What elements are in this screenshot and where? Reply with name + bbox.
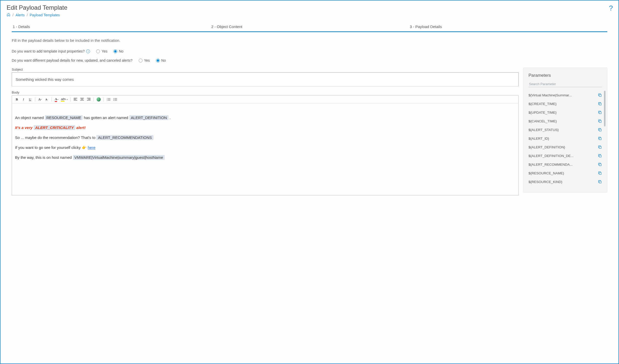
- wizard-steps: 1 - Details 2 - Object Content 3 - Paylo…: [12, 22, 607, 32]
- wizard-step-details[interactable]: 1 - Details: [12, 22, 210, 31]
- editor-body[interactable]: An object named RESOURCE_NAME has gotten…: [12, 103, 518, 195]
- svg-rect-9: [599, 120, 601, 122]
- font-increase-button[interactable]: A+: [37, 97, 43, 102]
- question1-label: Do you want to add template input proper…: [12, 49, 85, 53]
- body-text: .: [170, 115, 171, 120]
- parameters-title: Parameters: [528, 73, 602, 78]
- svg-rect-8: [599, 112, 601, 114]
- copy-icon[interactable]: [598, 119, 602, 123]
- token-alert-recommendations: ALERT_RECOMMENDATIONS: [96, 135, 153, 140]
- align-left-button[interactable]: [73, 97, 78, 102]
- q1-radio-no[interactable]: No: [113, 49, 123, 53]
- parameter-row: ${ALERT_RECOMMENDA...: [528, 160, 602, 169]
- breadcrumb: / Alerts / Payload Templates: [7, 13, 612, 17]
- info-icon[interactable]: i: [86, 49, 90, 53]
- copy-icon[interactable]: [598, 180, 602, 184]
- token-resource-name: RESOURCE_NAME: [45, 115, 83, 120]
- body-text: has gotten an alert named: [84, 115, 129, 120]
- copy-icon[interactable]: [598, 154, 602, 158]
- q1-radio-yes[interactable]: Yes: [96, 49, 107, 53]
- question2-label: Do you want different payload details fo…: [12, 58, 133, 62]
- edit-payload-template-dialog: ? Edit Payload Template / Alerts / Paylo…: [0, 0, 619, 364]
- wizard-step-object-content[interactable]: 2 - Object Content: [210, 22, 409, 31]
- parameter-text: ${ALERT_STATUS}: [528, 128, 559, 132]
- svg-rect-7: [599, 103, 601, 105]
- breadcrumb-sep: /: [12, 13, 14, 17]
- align-right-button[interactable]: [86, 97, 92, 102]
- token-host-name: VMWARE|VirtualMachine|summary|guest|host…: [73, 155, 165, 160]
- parameter-text: ${ALERT_DEFINITION_DE...: [528, 154, 574, 158]
- breadcrumb-home-icon[interactable]: [7, 13, 10, 17]
- body-text: So ... maybe do the recommendation? That…: [15, 135, 96, 140]
- copy-icon[interactable]: [598, 102, 602, 106]
- unordered-list-button[interactable]: [112, 97, 118, 102]
- page-title: Edit Payload Template: [7, 4, 612, 11]
- parameter-row: ${CREATE_TIME}: [528, 99, 602, 108]
- body-text: By the way, this is on host named: [15, 155, 73, 160]
- svg-rect-11: [599, 138, 601, 140]
- copy-icon[interactable]: [598, 162, 602, 166]
- body-text: It's a very: [15, 125, 34, 130]
- copy-icon[interactable]: [598, 136, 602, 140]
- svg-rect-12: [599, 146, 601, 148]
- parameter-text: ${CREATE_TIME}: [528, 102, 557, 106]
- ordered-list-button[interactable]: 123: [106, 97, 111, 102]
- q2-radio-yes[interactable]: Yes: [139, 58, 150, 62]
- svg-rect-6: [599, 94, 601, 96]
- parameter-row: ${ALERT_STATUS}: [528, 125, 602, 134]
- copy-icon[interactable]: [598, 110, 602, 114]
- token-alert-criticality: ALERT_CRITICALITY: [34, 125, 75, 130]
- parameter-row: ${ALERT_DEFINITION_DE...: [528, 151, 602, 160]
- copy-icon[interactable]: [598, 93, 602, 97]
- parameter-row: ${ALERT_ID}: [528, 134, 602, 143]
- highlight-button[interactable]: ab✎ ▾: [60, 97, 68, 102]
- token-alert-definition: ALERT_DEFINITION: [129, 115, 168, 120]
- copy-icon[interactable]: [598, 128, 602, 132]
- svg-point-4: [113, 99, 114, 100]
- body-text: alert!: [76, 125, 86, 130]
- underline-button[interactable]: U: [27, 97, 33, 102]
- svg-rect-16: [599, 181, 601, 183]
- wizard-step-payload-details[interactable]: 3 - Payload Details: [409, 22, 607, 31]
- svg-rect-13: [599, 155, 601, 157]
- parameter-text: ${RESOURCE_KIND}: [528, 180, 562, 184]
- subject-input[interactable]: [12, 72, 519, 86]
- parameter-row: ${CANCEL_TIME}: [528, 117, 602, 125]
- svg-rect-10: [599, 129, 601, 131]
- svg-point-5: [113, 100, 114, 101]
- help-icon[interactable]: ?: [609, 4, 613, 12]
- editor-toolbar: B I U A+ A- A ▾ ab✎ ▾: [12, 96, 518, 103]
- svg-text:3: 3: [107, 100, 108, 101]
- q2-radio-no[interactable]: No: [156, 58, 166, 62]
- breadcrumb-alerts[interactable]: Alerts: [16, 13, 25, 17]
- svg-point-3: [113, 98, 114, 99]
- font-decrease-button[interactable]: A-: [44, 97, 49, 102]
- font-color-button[interactable]: A ▾: [54, 97, 59, 102]
- svg-rect-14: [599, 164, 601, 166]
- italic-button[interactable]: I: [21, 97, 26, 102]
- parameter-text: ${Virtual Machine|Summar...: [528, 93, 572, 97]
- breadcrumb-payload-templates[interactable]: Payload Templates: [30, 13, 60, 17]
- parameters-list: ${Virtual Machine|Summar...${CREATE_TIME…: [528, 91, 602, 186]
- copy-icon[interactable]: [598, 145, 602, 149]
- breadcrumb-sep: /: [27, 13, 28, 17]
- parameter-text: ${CANCEL_TIME}: [528, 119, 557, 123]
- body-text: If you want to go see for yourself click…: [15, 145, 82, 150]
- bold-button[interactable]: B: [14, 97, 20, 102]
- parameter-row: ${ALERT_DEFINITION}: [528, 143, 602, 151]
- parameters-search-input[interactable]: [528, 81, 602, 87]
- insert-link-button[interactable]: [96, 97, 101, 102]
- here-link[interactable]: here: [88, 145, 95, 150]
- parameter-row: ${RESOURCE_KIND}: [528, 177, 602, 186]
- parameter-text: ${UPDATE_TIME}: [528, 111, 557, 114]
- parameter-text: ${RESOURCE_NAME}: [528, 171, 564, 175]
- body-label: Body: [12, 90, 519, 94]
- scrollbar-thumb[interactable]: [604, 91, 605, 126]
- parameter-text: ${ALERT_ID}: [528, 137, 549, 140]
- question-input-properties: Do you want to add template input proper…: [12, 49, 607, 53]
- copy-icon[interactable]: [598, 171, 602, 175]
- align-center-button[interactable]: [79, 97, 85, 102]
- parameter-text: ${ALERT_RECOMMENDA...: [528, 163, 573, 166]
- rich-text-editor: B I U A+ A- A ▾ ab✎ ▾: [12, 95, 519, 196]
- parameters-panel: Parameters ${Virtual Machine|Summar...${…: [523, 68, 607, 192]
